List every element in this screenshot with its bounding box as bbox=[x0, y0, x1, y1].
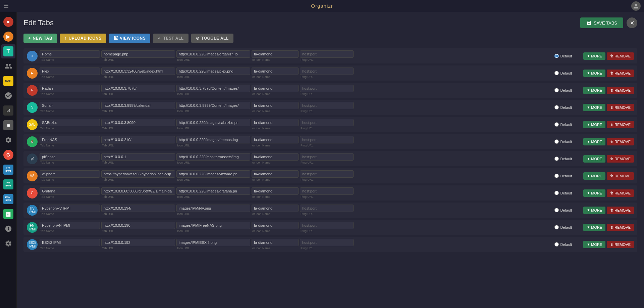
remove-button[interactable]: 🗑 REMOVE bbox=[607, 70, 634, 77]
remove-button[interactable]: 🗑 REMOVE bbox=[607, 138, 634, 145]
field-input[interactable] bbox=[101, 102, 175, 109]
field-input[interactable] bbox=[176, 102, 250, 109]
field-input[interactable] bbox=[252, 170, 299, 178]
field-input[interactable] bbox=[252, 153, 299, 161]
field-input[interactable] bbox=[300, 205, 354, 212]
field-input[interactable] bbox=[300, 85, 354, 92]
field-input[interactable] bbox=[176, 119, 250, 126]
field-input[interactable] bbox=[101, 136, 175, 143]
sidebar-item-info[interactable] bbox=[1, 222, 15, 236]
remove-button[interactable]: 🗑 REMOVE bbox=[607, 87, 634, 94]
view-icons-button[interactable]: 🖼 VIEW ICONS bbox=[109, 34, 151, 43]
field-input[interactable] bbox=[40, 239, 100, 246]
field-input[interactable] bbox=[252, 222, 299, 229]
field-input[interactable] bbox=[40, 102, 100, 109]
default-radio[interactable] bbox=[554, 174, 559, 178]
field-input[interactable] bbox=[40, 68, 100, 75]
default-radio[interactable] bbox=[554, 88, 559, 92]
close-button[interactable]: ✕ bbox=[627, 17, 637, 28]
field-input[interactable] bbox=[176, 205, 250, 212]
upload-icons-button[interactable]: ↑ UPLOAD ICONS bbox=[60, 34, 106, 43]
field-input[interactable] bbox=[176, 85, 250, 92]
field-input[interactable] bbox=[101, 222, 175, 229]
remove-button[interactable]: 🗑 REMOVE bbox=[607, 189, 634, 197]
field-input[interactable] bbox=[300, 68, 354, 75]
field-input[interactable] bbox=[252, 119, 299, 126]
field-input[interactable] bbox=[40, 136, 100, 143]
field-input[interactable] bbox=[252, 205, 299, 212]
menu-icon[interactable]: ☰ bbox=[3, 2, 9, 10]
sidebar-item-esxi-ipmi[interactable]: ESXiIPMI bbox=[1, 192, 15, 206]
field-input[interactable] bbox=[252, 85, 299, 92]
field-input[interactable] bbox=[101, 50, 175, 58]
remove-button[interactable]: 🗑 REMOVE bbox=[607, 207, 634, 214]
remove-button[interactable]: 🗑 REMOVE bbox=[607, 155, 634, 163]
more-button[interactable]: ▼ MORE bbox=[583, 104, 605, 111]
field-input[interactable] bbox=[300, 239, 354, 246]
field-input[interactable] bbox=[101, 187, 175, 195]
default-radio[interactable] bbox=[554, 157, 559, 161]
sidebar-item-vsphere[interactable]: ⊞ bbox=[1, 118, 15, 132]
sidebar-item-users[interactable] bbox=[1, 59, 15, 73]
new-tab-button[interactable]: + NEW TAB bbox=[23, 34, 57, 43]
field-input[interactable] bbox=[252, 50, 299, 58]
field-input[interactable] bbox=[176, 170, 250, 178]
more-button[interactable]: ▼ MORE bbox=[583, 70, 605, 77]
field-input[interactable] bbox=[40, 119, 100, 126]
remove-button[interactable]: 🗑 REMOVE bbox=[607, 241, 634, 248]
field-input[interactable] bbox=[252, 187, 299, 195]
default-radio[interactable] bbox=[554, 71, 559, 75]
field-input[interactable] bbox=[176, 136, 250, 143]
more-button[interactable]: ▼ MORE bbox=[583, 224, 605, 231]
field-input[interactable] bbox=[252, 102, 299, 109]
field-input[interactable] bbox=[300, 170, 354, 178]
save-tabs-button[interactable]: SAVE TABS bbox=[580, 17, 623, 28]
sidebar-item-sabnzbd[interactable]: SAB bbox=[1, 74, 15, 88]
sidebar-item-fn-ipmi[interactable]: FNIPMI bbox=[1, 177, 15, 191]
field-input[interactable] bbox=[300, 136, 354, 143]
field-input[interactable] bbox=[40, 153, 100, 161]
field-input[interactable] bbox=[252, 136, 299, 143]
sidebar-item-hv-ipmi[interactable]: HVIPMI bbox=[1, 163, 15, 177]
field-input[interactable] bbox=[252, 68, 299, 75]
more-button[interactable]: ▼ MORE bbox=[583, 207, 605, 214]
default-radio[interactable] bbox=[554, 191, 559, 195]
sidebar-item-tabs[interactable]: T bbox=[1, 44, 15, 58]
more-button[interactable]: ▼ MORE bbox=[583, 189, 605, 197]
field-input[interactable] bbox=[300, 50, 354, 58]
field-input[interactable] bbox=[176, 50, 250, 58]
sidebar-item-pfsense[interactable]: pf bbox=[1, 103, 15, 118]
remove-button[interactable]: 🗑 REMOVE bbox=[607, 224, 634, 231]
default-radio[interactable] bbox=[554, 105, 559, 109]
field-input[interactable] bbox=[40, 222, 100, 229]
more-button[interactable]: ▼ MORE bbox=[583, 87, 605, 94]
default-radio[interactable] bbox=[554, 208, 559, 212]
remove-button[interactable]: 🗑 REMOVE bbox=[607, 121, 634, 128]
remove-button[interactable]: 🗑 REMOVE bbox=[607, 52, 634, 60]
field-input[interactable] bbox=[101, 68, 175, 75]
sidebar-item-freenas[interactable] bbox=[1, 89, 15, 103]
field-input[interactable] bbox=[40, 50, 100, 58]
avatar[interactable] bbox=[631, 1, 641, 11]
field-input[interactable] bbox=[176, 68, 250, 75]
field-input[interactable] bbox=[101, 239, 175, 246]
sidebar-item-settings2[interactable] bbox=[1, 236, 15, 251]
sidebar-item-settings[interactable] bbox=[1, 133, 15, 147]
test-all-button[interactable]: ✓ TEST ALL bbox=[153, 34, 188, 43]
sidebar-item-grafana[interactable]: G bbox=[1, 148, 15, 162]
field-input[interactable] bbox=[176, 222, 250, 229]
field-input[interactable] bbox=[300, 187, 354, 195]
field-input[interactable] bbox=[176, 153, 250, 161]
field-input[interactable] bbox=[40, 85, 100, 92]
more-button[interactable]: ▼ MORE bbox=[583, 241, 605, 248]
field-input[interactable] bbox=[176, 239, 250, 246]
field-input[interactable] bbox=[300, 102, 354, 109]
remove-button[interactable]: 🗑 REMOVE bbox=[607, 104, 634, 111]
default-radio[interactable] bbox=[554, 225, 559, 229]
default-radio[interactable] bbox=[554, 122, 559, 127]
more-button[interactable]: ▼ MORE bbox=[583, 52, 605, 60]
sidebar-item-home[interactable]: ● bbox=[1, 15, 15, 29]
field-input[interactable] bbox=[101, 85, 175, 92]
field-input[interactable] bbox=[101, 119, 175, 126]
field-input[interactable] bbox=[40, 205, 100, 212]
